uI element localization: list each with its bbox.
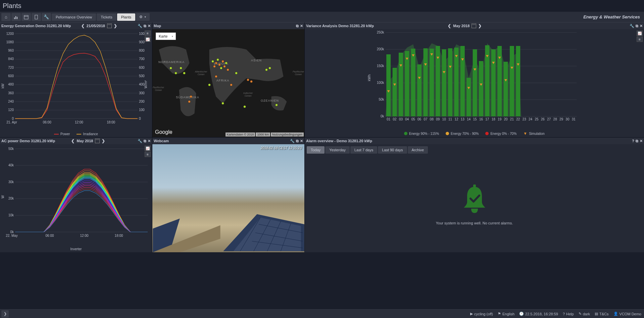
close-icon[interactable]: ✕ [300, 24, 303, 28]
chart-type-icon[interactable]: 📈 [637, 31, 643, 36]
svg-text:0k: 0k [10, 230, 14, 234]
legend-simulation[interactable]: ▼Simulation [523, 131, 545, 136]
popout-icon[interactable]: ⧉ [296, 139, 299, 143]
footer-language[interactable]: ⚑English [498, 312, 514, 316]
svg-text:40k: 40k [8, 163, 14, 167]
calendar-icon[interactable] [21, 13, 31, 21]
next-date-arrow[interactable]: ❯ [478, 23, 482, 28]
wrench-icon[interactable]: 🔧 [630, 24, 634, 28]
svg-text:10: 10 [442, 117, 446, 121]
popout-icon[interactable]: ⧉ [636, 139, 638, 143]
footer-label: English [502, 312, 514, 316]
prev-date-arrow[interactable]: ❮ [448, 23, 451, 28]
calendar-picker-icon[interactable] [472, 23, 476, 28]
footer-tcs[interactable]: ▤T&Cs [595, 312, 609, 316]
panel-variance: Variance Analysis Demo 31281.20 kWp ❮ Ma… [305, 22, 644, 137]
next-date-arrow[interactable]: ❯ [102, 139, 105, 143]
prev-date-arrow[interactable]: ❮ [71, 139, 75, 143]
svg-text:Ozean: Ozean [155, 89, 162, 91]
svg-text:26: 26 [541, 117, 545, 121]
close-icon[interactable]: ✕ [640, 139, 643, 143]
close-icon[interactable]: ✕ [148, 139, 151, 143]
footer-datetime: 🕐22.5.2018, 16:28:59 [519, 312, 558, 316]
legend-energy-70[interactable]: Energy 70% - 90% [446, 131, 479, 136]
svg-text:06:00: 06:00 [46, 234, 54, 237]
footer-theme[interactable]: ✎dark [579, 312, 590, 316]
svg-text:700: 700 [139, 57, 145, 61]
menu-icon[interactable]: ≡ [637, 37, 643, 42]
wrench-icon[interactable]: 🔧 [42, 13, 51, 21]
legend-energy-90[interactable]: Energy 90% - 115% [404, 131, 439, 136]
tab-tickets[interactable]: Tickets [97, 13, 116, 21]
calendar-picker-icon[interactable] [107, 23, 112, 28]
settings-dropdown[interactable]: ⚙ ▼ [136, 13, 150, 21]
close-icon[interactable]: ✕ [148, 24, 151, 28]
menu-icon[interactable]: ≡ [145, 31, 151, 36]
svg-rect-3 [24, 15, 28, 19]
svg-text:500: 500 [139, 74, 145, 78]
legend-energy-0[interactable]: Energy 0% - 70% [485, 131, 516, 136]
alarm-tab-90days[interactable]: Last 90 days [378, 146, 407, 154]
close-icon[interactable]: ✕ [640, 24, 643, 28]
calendar-picker-icon[interactable] [95, 139, 100, 143]
tab-performance[interactable]: Peformance Overview [52, 13, 96, 21]
chart-controls: 📈 ≡ [145, 146, 151, 157]
chart-type-icon[interactable]: 📈 [145, 146, 151, 151]
svg-point-78 [190, 96, 192, 98]
popout-icon[interactable]: ⧉ [144, 139, 146, 143]
popout-icon[interactable]: ⧉ [144, 24, 146, 28]
panel-actions: ⧉ ✕ [296, 24, 303, 28]
chart-icon[interactable] [11, 13, 21, 21]
footer-user[interactable]: 👤VCOM Demo [613, 312, 641, 316]
svg-rect-96 [386, 54, 391, 116]
alarm-tab-yesterday[interactable]: Yesterday [325, 146, 350, 154]
document-icon[interactable] [32, 13, 41, 21]
footer-bar: ❯ ▶cycling (off) ⚑English 🕐22.5.2018, 16… [0, 309, 644, 318]
svg-point-71 [215, 75, 217, 78]
svg-point-77 [188, 101, 191, 103]
panel-header: Alarm overview - Demo 31281.20 kWp ? ⧉ ✕ [305, 138, 644, 144]
help-icon[interactable]: ? [632, 139, 634, 143]
panel-actions: ? ⧉ ✕ [632, 139, 643, 143]
svg-text:12:00: 12:00 [80, 234, 89, 237]
popout-icon[interactable]: ⧉ [636, 24, 638, 28]
menu-icon[interactable]: ≡ [145, 152, 151, 157]
footer-expand-icon[interactable]: ❯ [1, 310, 9, 318]
svg-text:15: 15 [473, 117, 477, 121]
map-type-dropdown[interactable]: Karte [156, 33, 176, 40]
svg-text:OZEANIEN: OZEANIEN [261, 99, 279, 102]
tab-plants[interactable]: Plants [117, 13, 136, 21]
svg-point-63 [215, 62, 217, 64]
wrench-icon[interactable]: 🔧 [290, 139, 295, 143]
next-date-arrow[interactable]: ❯ [114, 23, 117, 28]
alarm-tab-today[interactable]: Today [307, 146, 325, 154]
footer-help[interactable]: ?Help [563, 312, 574, 316]
svg-point-70 [227, 69, 229, 71]
svg-text:30: 30 [565, 117, 569, 121]
alarm-tab-archive[interactable]: Archive [408, 146, 428, 154]
svg-text:900: 900 [139, 40, 145, 44]
wrench-icon[interactable]: 🔧 [138, 24, 142, 28]
footer-cycling[interactable]: ▶cycling (off) [470, 312, 493, 316]
legend-irradiance[interactable]: Irradiance [77, 132, 98, 136]
svg-text:800: 800 [139, 49, 145, 52]
variance-legend: Energy 90% - 115% Energy 70% - 90% Energ… [305, 130, 644, 137]
svg-text:Ozean: Ozean [295, 73, 302, 75]
svg-text:Indischer: Indischer [243, 92, 253, 94]
svg-text:06: 06 [417, 117, 422, 121]
wrench-icon[interactable]: 🔧 [138, 139, 142, 143]
legend-label: Power [60, 132, 70, 136]
legend-power[interactable]: Power [54, 132, 70, 136]
map-copyright[interactable]: Kartendaten © 2018 [226, 132, 255, 137]
alarm-tab-7days[interactable]: Last 7 days [350, 146, 377, 154]
map-terms[interactable]: Nutzungsbedingungen [271, 132, 304, 137]
map-body[interactable]: NORDAMERIKA SÜDAMERIKA EUROPA AFRIKA ASI… [152, 29, 304, 137]
popout-icon[interactable]: ⧉ [296, 24, 299, 28]
home-icon[interactable]: ⌂ [1, 13, 11, 21]
svg-text:18:00: 18:00 [115, 234, 123, 237]
close-icon[interactable]: ✕ [300, 139, 303, 143]
chart-type-icon[interactable]: 📈 [145, 37, 151, 42]
legend-label: Energy 70% - 90% [451, 132, 479, 136]
map-attribution: Kartendaten © 2018 1000 km Nutzungsbedin… [226, 132, 304, 137]
prev-date-arrow[interactable]: ❮ [81, 23, 85, 28]
